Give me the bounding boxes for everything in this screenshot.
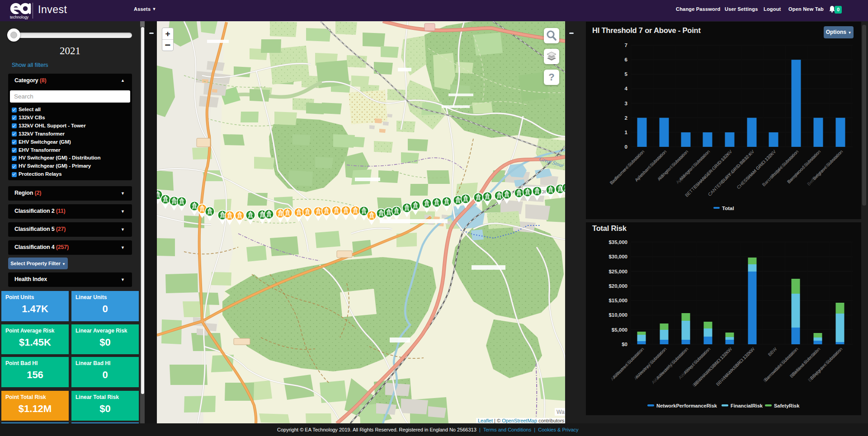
- svg-text:7: 7: [625, 42, 627, 48]
- svg-text:4: 4: [625, 86, 628, 91]
- svg-text:0: 0: [625, 144, 627, 150]
- svg-text:2: 2: [625, 115, 627, 121]
- svg-text:NetworkPerformanceRisk: NetworkPerformanceRisk: [656, 403, 717, 408]
- svg-text:6: 6: [625, 57, 627, 62]
- svg-text:1: 1: [625, 130, 628, 135]
- svg-text:$5,000: $5,000: [612, 327, 627, 333]
- svg-text:$20,000: $20,000: [609, 283, 627, 289]
- svg-text:SafetyRisk: SafetyRisk: [774, 403, 800, 408]
- svg-text:3: 3: [625, 101, 627, 106]
- svg-text:$35,000: $35,000: [609, 239, 627, 245]
- svg-text:$30,000: $30,000: [609, 254, 627, 259]
- svg-text:$0: $0: [622, 342, 627, 347]
- svg-text:5: 5: [625, 71, 628, 77]
- svg-text:$15,000: $15,000: [609, 298, 627, 303]
- svg-text:$25,000: $25,000: [609, 269, 627, 274]
- svg-text:FinancialRisk: FinancialRisk: [731, 403, 763, 408]
- svg-text:Total: Total: [722, 206, 734, 211]
- svg-text:$10,000: $10,000: [609, 312, 627, 318]
